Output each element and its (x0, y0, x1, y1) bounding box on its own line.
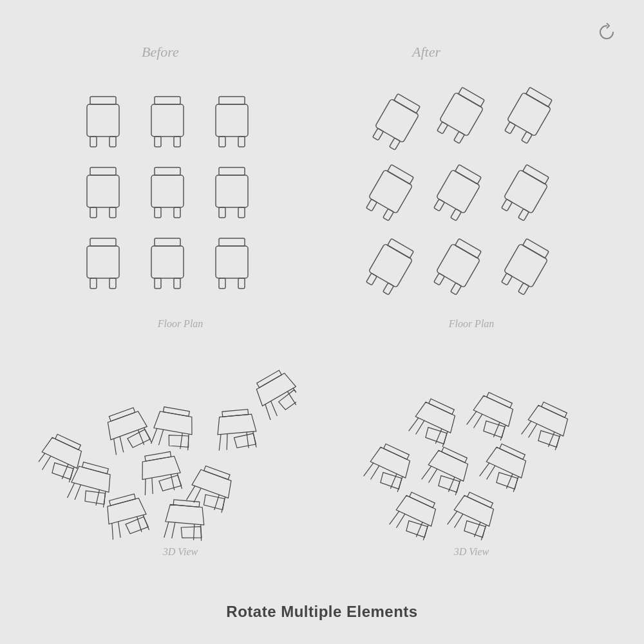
svg-rect-6 (155, 137, 161, 147)
svg-line-90 (225, 434, 229, 450)
svg-marker-191 (468, 492, 493, 507)
svg-line-95 (67, 482, 74, 498)
svg-line-188 (397, 513, 405, 529)
svg-line-74 (111, 439, 119, 455)
main-title: Rotate Multiple Elements (0, 603, 644, 621)
svg-rect-65 (436, 243, 480, 287)
before-floorplan-chairs (64, 84, 270, 316)
svg-marker-142 (429, 399, 455, 414)
page-container: Before After (0, 0, 644, 644)
svg-marker-184 (410, 492, 435, 507)
svg-rect-42 (437, 122, 448, 134)
svg-rect-0 (90, 97, 116, 104)
svg-rect-4 (155, 97, 180, 104)
svg-rect-48 (388, 164, 414, 184)
svg-rect-13 (87, 175, 119, 207)
svg-rect-38 (373, 128, 384, 140)
svg-rect-3 (109, 137, 116, 147)
svg-marker-170 (442, 447, 468, 462)
svg-line-104 (150, 478, 155, 494)
svg-line-186 (390, 510, 399, 526)
svg-marker-72 (109, 408, 135, 421)
svg-rect-40 (459, 87, 485, 106)
svg-rect-21 (216, 175, 248, 207)
svg-marker-87 (216, 414, 256, 435)
svg-rect-15 (109, 207, 116, 218)
svg-line-83 (158, 430, 163, 446)
svg-rect-18 (155, 207, 161, 218)
svg-rect-64 (455, 238, 482, 258)
svg-rect-37 (375, 99, 419, 142)
svg-rect-36 (394, 93, 421, 113)
svg-line-167 (371, 465, 379, 480)
svg-rect-69 (504, 243, 547, 287)
svg-rect-25 (87, 246, 119, 278)
svg-line-158 (522, 420, 531, 436)
svg-marker-106 (158, 475, 182, 491)
svg-rect-1 (87, 104, 119, 137)
svg-marker-73 (105, 410, 147, 440)
svg-rect-12 (90, 167, 116, 175)
after-floorplan-chairs (357, 84, 589, 316)
svg-marker-143 (415, 401, 458, 433)
svg-rect-66 (434, 273, 445, 285)
svg-line-109 (186, 485, 194, 501)
svg-line-174 (429, 468, 437, 484)
svg-marker-128 (55, 434, 81, 450)
svg-line-123 (164, 522, 169, 538)
svg-rect-20 (219, 167, 245, 175)
svg-rect-62 (366, 273, 377, 285)
svg-marker-178 (486, 446, 529, 478)
floor-plan-label-after: Floor Plan (420, 318, 523, 330)
svg-marker-135 (257, 370, 282, 388)
svg-rect-32 (219, 238, 245, 246)
svg-line-139 (269, 401, 279, 416)
label-before: Before (142, 44, 179, 61)
svg-rect-28 (155, 238, 180, 246)
svg-rect-27 (109, 278, 116, 289)
svg-marker-122 (166, 504, 205, 525)
svg-marker-149 (487, 392, 513, 408)
svg-line-76 (118, 437, 125, 453)
svg-line-81 (151, 428, 157, 444)
svg-line-97 (75, 484, 80, 500)
svg-rect-39 (390, 138, 401, 150)
svg-marker-92 (234, 433, 256, 448)
svg-rect-29 (151, 246, 184, 278)
svg-line-179 (480, 462, 489, 478)
svg-rect-31 (174, 278, 180, 289)
svg-rect-47 (522, 131, 533, 144)
svg-line-111 (194, 488, 201, 504)
svg-line-116 (109, 524, 116, 540)
svg-line-144 (409, 417, 419, 433)
svg-line-165 (364, 462, 374, 478)
svg-rect-61 (368, 243, 412, 287)
svg-rect-26 (90, 278, 97, 289)
svg-rect-49 (368, 169, 412, 213)
svg-rect-70 (502, 273, 513, 285)
svg-marker-127 (180, 525, 203, 540)
svg-marker-85 (167, 433, 191, 449)
svg-rect-45 (507, 92, 551, 136)
reload-icon[interactable] (595, 21, 618, 44)
svg-marker-164 (370, 446, 413, 478)
svg-rect-10 (219, 137, 225, 147)
svg-marker-185 (396, 494, 439, 526)
svg-marker-163 (384, 444, 410, 459)
svg-rect-9 (216, 104, 248, 137)
svg-marker-107 (204, 466, 230, 479)
svg-line-102 (142, 479, 148, 495)
svg-rect-44 (526, 87, 553, 106)
svg-rect-16 (155, 167, 180, 175)
svg-rect-11 (238, 137, 245, 147)
svg-rect-35 (238, 278, 245, 289)
svg-rect-22 (219, 207, 225, 218)
svg-marker-113 (202, 492, 227, 511)
svg-rect-19 (174, 207, 180, 218)
svg-rect-53 (436, 169, 480, 213)
svg-rect-5 (151, 104, 184, 137)
svg-rect-55 (451, 209, 462, 221)
svg-line-138 (293, 387, 296, 402)
svg-marker-79 (163, 407, 189, 417)
svg-rect-60 (388, 238, 414, 258)
